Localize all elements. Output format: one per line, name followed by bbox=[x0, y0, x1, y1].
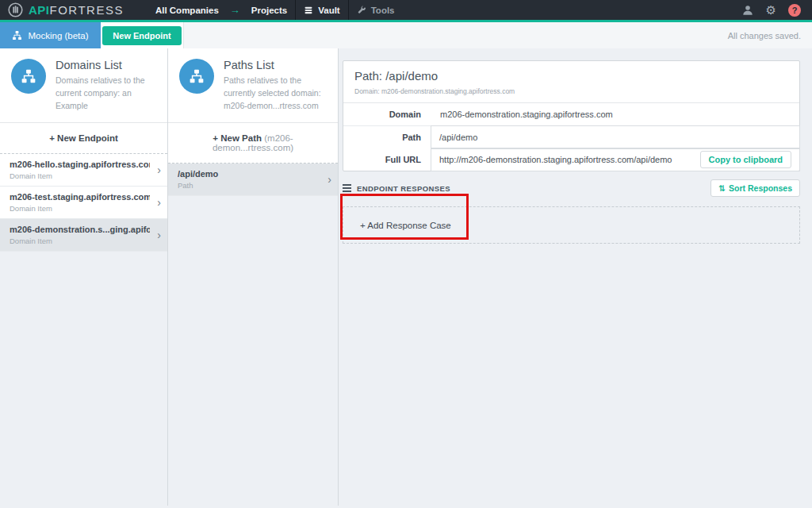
path-details-area: Path: /api/demo Domain: m206-demonstrati… bbox=[339, 48, 812, 506]
tab-mocking[interactable]: Mocking (beta) bbox=[0, 22, 101, 48]
logo-text-api: API bbox=[29, 3, 50, 17]
paths-column-filler bbox=[168, 196, 338, 506]
nav-projects[interactable]: Projects bbox=[243, 0, 295, 20]
add-response-case-button[interactable]: + Add Response Case bbox=[343, 206, 800, 244]
path-details-panel: Path: /api/demo Domain: m206-demonstrati… bbox=[343, 60, 800, 171]
new-endpoint-link[interactable]: + New Endpoint bbox=[0, 123, 167, 154]
hamburger-icon bbox=[343, 184, 351, 192]
save-status: All changes saved. bbox=[728, 31, 801, 40]
domains-panel-title: Domains List bbox=[56, 59, 156, 71]
domain-field-row: Domain m206-demonstration.staging.apifor… bbox=[343, 103, 799, 126]
paths-panel-description: Paths relatives to the currently selecte… bbox=[224, 75, 327, 112]
domains-panel-header: Domains List Domains relatives to the cu… bbox=[0, 48, 167, 123]
wrench-icon bbox=[357, 6, 366, 15]
sitemap-icon bbox=[21, 68, 36, 84]
tab-bar: Mocking (beta) New Endpoint All changes … bbox=[0, 22, 812, 48]
chevron-right-icon: › bbox=[157, 164, 161, 176]
paths-column: Paths List Paths relatives to the curren… bbox=[168, 48, 339, 506]
chevron-right-icon: › bbox=[157, 229, 161, 241]
chevron-right-icon: › bbox=[157, 196, 161, 209]
gear-icon[interactable]: ⚙ bbox=[766, 4, 776, 16]
full-url-field-input[interactable]: http://m206-demonstration.staging.apifor… bbox=[431, 148, 800, 171]
logo-text-fortress: FORTRESS bbox=[50, 3, 124, 17]
new-endpoint-button[interactable]: New Endpoint bbox=[102, 26, 181, 45]
nav-vault[interactable]: Vault bbox=[296, 0, 347, 20]
domain-list-item[interactable]: m206-hello.staging.apifortress.com Domai… bbox=[0, 154, 167, 187]
path-title: Path: /api/demo bbox=[354, 69, 788, 83]
path-field-input[interactable]: /api/demo bbox=[431, 125, 800, 149]
domain-field-value: m206-demonstration.staging.apifortress.c… bbox=[431, 103, 613, 125]
domain-list-item[interactable]: m206-test.staging.apifortress.com Domain… bbox=[0, 187, 167, 219]
path-field-row: Path /api/demo bbox=[343, 126, 799, 148]
path-field-label: Path bbox=[343, 126, 431, 148]
sort-responses-button[interactable]: ⇅ Sort Responses bbox=[710, 179, 800, 197]
endpoint-responses-heading: Endpoint Responses bbox=[343, 184, 450, 193]
domains-panel-icon bbox=[11, 59, 46, 94]
nav-all-companies[interactable]: All Companies bbox=[147, 0, 227, 20]
new-path-link[interactable]: + New Path (m206-demon...rtress.com) bbox=[168, 123, 338, 164]
chevron-right-icon: › bbox=[327, 173, 331, 186]
sort-icon: ⇅ bbox=[718, 183, 726, 193]
apifortress-logo-icon bbox=[8, 2, 23, 17]
nav-tools[interactable]: Tools bbox=[349, 0, 403, 20]
endpoint-responses-label: Endpoint Responses bbox=[357, 184, 450, 193]
domain-field-label: Domain bbox=[343, 103, 431, 125]
paths-panel-title: Paths List bbox=[224, 59, 327, 71]
paths-panel-header: Paths List Paths relatives to the curren… bbox=[168, 48, 338, 123]
path-subtitle: Domain: m206-demonstration.staging.apifo… bbox=[354, 87, 788, 95]
sitemap-icon bbox=[189, 68, 205, 84]
help-icon[interactable]: ? bbox=[788, 4, 801, 17]
copy-to-clipboard-button[interactable]: Copy to clipboard bbox=[700, 151, 792, 168]
paths-panel-icon bbox=[179, 59, 214, 94]
domains-column-filler bbox=[0, 252, 167, 506]
main-content: Domains List Domains relatives to the cu… bbox=[0, 48, 812, 506]
domain-list-item-selected[interactable]: m206-demonstration.s...ging.apifortress.… bbox=[0, 219, 167, 252]
breadcrumb-arrow-icon: → bbox=[227, 0, 243, 20]
user-icon[interactable] bbox=[741, 4, 754, 17]
top-navbar: API FORTRESS All Companies → Projects Va… bbox=[0, 0, 812, 22]
app-logo: API FORTRESS bbox=[0, 0, 135, 20]
full-url-field-row: Full URL http://m206-demonstration.stagi… bbox=[343, 148, 799, 171]
navbar-menu: All Companies → Projects Vault bbox=[147, 0, 403, 20]
full-url-value: http://m206-demonstration.staging.apifor… bbox=[439, 155, 700, 164]
endpoint-responses-bar: Endpoint Responses ⇅ Sort Responses bbox=[343, 179, 800, 197]
full-url-field-label: Full URL bbox=[343, 148, 431, 171]
path-details-header: Path: /api/demo Domain: m206-demonstrati… bbox=[343, 61, 799, 103]
navbar-right: ⚙ ? bbox=[741, 0, 812, 20]
new-endpoint-area: New Endpoint bbox=[101, 22, 184, 48]
domains-column: Domains List Domains relatives to the cu… bbox=[0, 48, 168, 506]
sitemap-icon bbox=[12, 30, 22, 40]
domains-panel-description: Domains relatives to the current company… bbox=[56, 75, 156, 112]
vault-icon bbox=[304, 6, 313, 15]
save-status-area: All changes saved. bbox=[184, 22, 812, 48]
path-list-item-selected[interactable]: /api/demo Path › bbox=[168, 164, 338, 196]
